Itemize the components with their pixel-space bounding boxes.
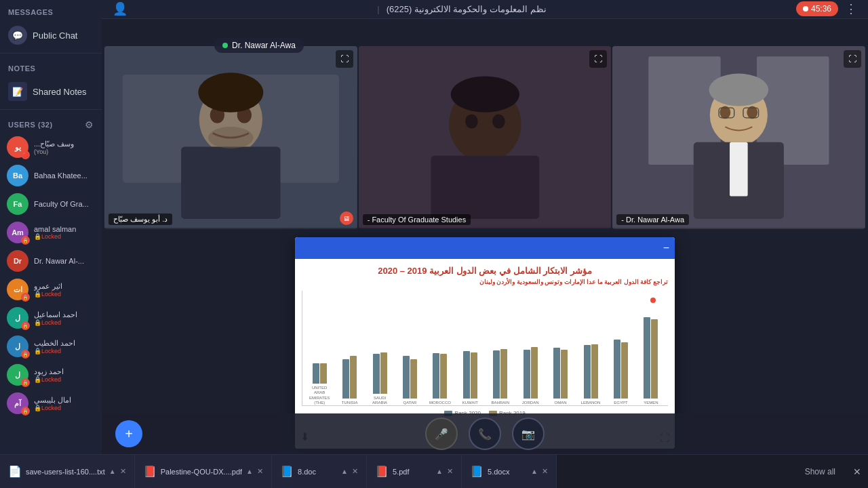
close-file-5-button[interactable]: ✕: [542, 467, 548, 476]
expand-video-3-button[interactable]: ⛶: [844, 50, 861, 68]
file-name-2: Palestine-QOU-DX....pdf: [161, 468, 242, 476]
video-cell-1: ⛶ د. أبو يوسف صبّاح 🖥: [104, 46, 357, 229]
notes-section-header: NOTES: [0, 56, 102, 77]
bar-qatar-2020: [403, 356, 410, 399]
taskbar-file-1[interactable]: 📄 save-users-list-160....txt ▲ ✕: [0, 455, 135, 488]
close-file-3-button[interactable]: ✕: [352, 467, 358, 476]
bar-saudi-2019: [380, 352, 387, 394]
bar-uae-2020: [313, 363, 319, 384]
minimize-presentation-button[interactable]: −: [663, 242, 669, 254]
bar-jordan-2020: [524, 350, 530, 399]
close-all-button[interactable]: ✕: [846, 455, 868, 488]
svg-point-7: [208, 127, 254, 148]
microphone-button[interactable]: 🎤: [425, 418, 458, 450]
user-name: امال بليبسي: [34, 396, 71, 405]
list-item[interactable]: ل 🔒 احمد الخطيب 🔒Locked: [0, 332, 102, 361]
bar-group-kuwait: KUWAIT: [456, 351, 484, 405]
list-item[interactable]: ل 🔒 احمد زيود 🔒Locked: [0, 361, 102, 389]
bar-group-morocco: MOROCCO: [426, 353, 454, 405]
sidebar-item-public-chat[interactable]: 💬 Public Chat: [0, 20, 102, 50]
file-icon-4: 📕: [375, 465, 389, 478]
kebab-menu-button[interactable]: ⋮: [845, 1, 857, 16]
lock-label: 🔒Locked: [34, 233, 76, 240]
avatar: Am 🔒: [7, 222, 28, 243]
separator: |: [377, 4, 379, 14]
expand-video-2-button[interactable]: ⛶: [589, 50, 607, 68]
close-file-2-button[interactable]: ✕: [257, 467, 263, 476]
video-cell-2: ⛶ Faculty Of Graduate Studies -: [359, 46, 612, 229]
taskbar-file-4[interactable]: 📕 5.pdf ▲ ✕: [367, 455, 462, 488]
chart-subtitle-highlight: تراجع: [653, 279, 668, 285]
user-name: اثير عمرو: [34, 282, 62, 291]
chevron-up-icon-1: ▲: [109, 468, 116, 475]
lock-label: 🔒Locked: [34, 348, 75, 354]
sidebar-item-shared-notes[interactable]: 📝 Shared Notes: [0, 77, 102, 106]
list-item[interactable]: ات 🔒 اثير عمرو 🔒Locked: [0, 275, 102, 304]
lock-badge: 🔒: [21, 293, 30, 302]
avatar: ل 🔒: [7, 364, 28, 386]
user-profile-icon: 👤: [113, 1, 127, 16]
bar-kuwait-2019: [471, 352, 477, 399]
screenshare-badge-1: 🖥: [340, 211, 353, 225]
bar-tunisia-2020: [342, 359, 349, 399]
bar-group-oman: OMAN: [546, 348, 574, 405]
lock-badge: 🔒: [21, 378, 30, 387]
record-button[interactable]: 45:36: [796, 1, 838, 16]
camera-button[interactable]: 📷: [512, 418, 545, 450]
file-icon-1: 📄: [8, 465, 22, 478]
video-feed-1: [104, 46, 357, 229]
chart-subtitle-rest: كافة الدول العربية ما عدا الإمارات وتونس…: [479, 279, 652, 285]
lock-label: 🔒Locked: [34, 319, 77, 326]
avatar: ل 🔒: [7, 307, 28, 329]
users-section-header: USERS (32) ⚙: [0, 113, 102, 133]
speaker-label: Dr. Nawar Al-Awa: [214, 38, 304, 53]
user-name: amal salman: [34, 225, 76, 233]
avatar: Fa: [7, 193, 28, 215]
file-name-4: 5.pdf: [393, 468, 432, 476]
list-item[interactable]: Ba Bahaa Khatee...: [0, 161, 102, 190]
phone-button[interactable]: 📞: [469, 418, 501, 450]
svg-rect-11: [431, 156, 539, 219]
bar-label-lebanon: LEBANON: [581, 401, 601, 405]
list-item[interactable]: Am 🔒 amal salman 🔒Locked: [0, 218, 102, 247]
bar-label-jordan: JORDAN: [522, 401, 539, 405]
chart-subtitle: تراجع كافة الدول العربية ما عدا الإمارات…: [302, 279, 668, 285]
bar-group-saudi: SAUDIARABIA: [366, 352, 394, 405]
bar-group-lebanon: LEBANON: [576, 344, 605, 405]
video-label-3: Dr. Nawar Al-Awa -: [616, 214, 689, 225]
close-file-4-button[interactable]: ✕: [447, 467, 453, 476]
lock-badge: 🔴: [21, 150, 30, 159]
taskbar-file-5[interactable]: 📘 5.docx ▲ ✕: [462, 455, 557, 488]
presentation-topbar: −: [295, 237, 675, 259]
svg-rect-21: [730, 142, 748, 197]
file-name-3: 8.doc: [298, 468, 337, 476]
list-item[interactable]: Fa Faculty Of Gra...: [0, 190, 102, 218]
taskbar-file-2[interactable]: 📕 Palestine-QOU-DX....pdf ▲ ✕: [135, 455, 272, 488]
bar-label-qatar: QATAR: [403, 401, 417, 405]
user-list: يو 🔴 ...وسف صبّاح (You) Ba Bahaa Khatee.…: [0, 133, 102, 454]
list-item[interactable]: Dr Dr. Nawar Al-...: [0, 247, 102, 275]
bar-bahrain-2020: [493, 350, 500, 399]
list-item[interactable]: ل 🔒 احمد اسماعيل 🔒Locked: [0, 304, 102, 332]
user-name: ...وسف صبّاح: [34, 140, 74, 148]
list-item[interactable]: يو 🔴 ...وسف صبّاح (You): [0, 133, 102, 161]
lock-badge: 🔒: [21, 236, 30, 245]
file-icon-2: 📕: [143, 465, 157, 478]
bar-morocco-2020: [433, 353, 439, 399]
bar-yemen-2020: [644, 317, 650, 399]
add-button[interactable]: +: [115, 420, 142, 447]
bar-egypt-2020: [614, 340, 620, 399]
show-all-button[interactable]: Show all: [794, 455, 846, 488]
user-name: احمد الخطيب: [34, 339, 75, 348]
users-settings-button[interactable]: ⚙: [85, 119, 94, 130]
taskbar-file-3[interactable]: 📘 8.doc ▲ ✕: [272, 455, 367, 488]
bar-jordan-2019: [531, 347, 538, 399]
list-item[interactable]: آم 🔒 امال بليبسي 🔒Locked: [0, 389, 102, 418]
avatar: يو 🔴: [7, 136, 28, 158]
close-file-1-button[interactable]: ✕: [120, 467, 126, 476]
expand-video-1-button[interactable]: ⛶: [336, 50, 353, 68]
shared-notes-label: Shared Notes: [33, 87, 87, 97]
user-name: احمد زيود: [34, 367, 64, 376]
record-timer: 45:36: [811, 4, 831, 14]
file-name-5: 5.docx: [488, 468, 527, 476]
